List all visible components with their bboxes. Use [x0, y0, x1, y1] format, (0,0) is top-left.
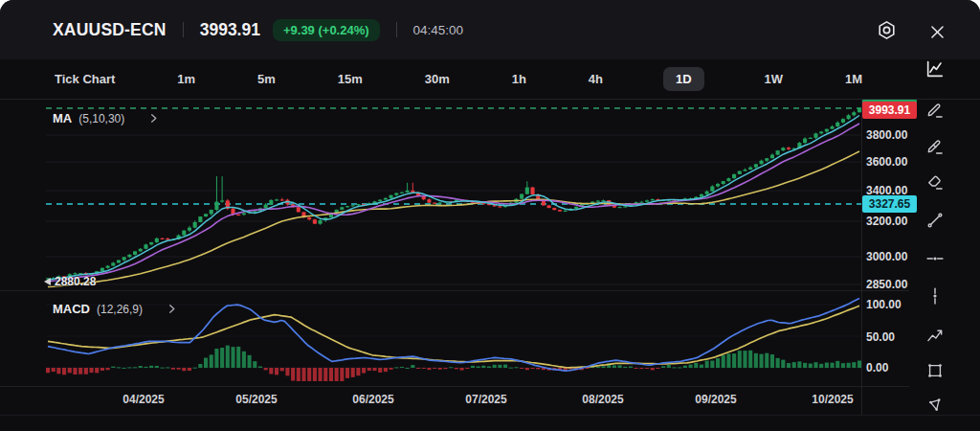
- price-change-badge: +9.39 (+0.24%): [273, 19, 380, 41]
- chevron-right-icon: [148, 113, 159, 124]
- macd-params: (12,26,9): [97, 303, 143, 316]
- header: XAUUSD-ECN 3993.91 +9.39 (+0.24%) 04:45:…: [0, 0, 980, 59]
- macd-indicator-toggle[interactable]: MACD (12,26,9): [53, 302, 177, 316]
- tab-1m[interactable]: 1M: [843, 67, 864, 91]
- trend-line-icon[interactable]: [922, 207, 948, 234]
- tab-15m[interactable]: 15m: [336, 67, 365, 91]
- open-price-label: 2880.28: [55, 275, 96, 288]
- tab-1h[interactable]: 1h: [510, 67, 528, 91]
- symbol-title: XAUUSD-ECN: [53, 20, 167, 40]
- tab-1w[interactable]: 1W: [762, 67, 785, 91]
- price-axis-label: 3400.00: [866, 184, 907, 197]
- rectangle-icon[interactable]: [922, 357, 948, 384]
- tab-4h[interactable]: 4h: [587, 67, 605, 91]
- axis-divider: [861, 100, 862, 415]
- divider: [396, 22, 397, 37]
- level-price-badge: 3327.65: [862, 195, 917, 213]
- open-price-marker: 2880.28: [44, 275, 96, 288]
- price-axis-label: 3000.00: [866, 250, 907, 263]
- price-axis-label: 2850.00: [866, 278, 907, 291]
- x-axis-label: 09/2025: [682, 393, 749, 406]
- timeframe-tabs: Tick Chart1m5m15m30m1h4h1D1W1M: [53, 59, 864, 99]
- ma-params: (5,10,30): [78, 112, 124, 125]
- horizontal-line-icon[interactable]: [922, 245, 948, 272]
- trading-chart-window: XAUUSD-ECN 3993.91 +9.39 (+0.24%) 04:45:…: [0, 0, 980, 431]
- macd-axis-label: 100.00: [866, 298, 902, 311]
- tab-30m[interactable]: 30m: [423, 67, 452, 91]
- macd-label: MACD: [53, 302, 90, 316]
- server-time: 04:45:00: [413, 23, 464, 37]
- zigzag-icon[interactable]: [922, 323, 948, 350]
- price-axis-label: 3800.00: [866, 128, 907, 142]
- divider: [0, 386, 909, 387]
- price-axis-label: 3600.00: [866, 155, 907, 169]
- x-axis-label: 05/2025: [223, 393, 290, 406]
- price-axis-label: 3200.00: [866, 215, 907, 228]
- last-price: 3993.91: [200, 20, 260, 40]
- tab-1m[interactable]: 1m: [175, 67, 197, 91]
- polygon-icon[interactable]: [922, 392, 948, 419]
- pencil-icon[interactable]: [922, 96, 948, 123]
- ma-indicator-toggle[interactable]: MA (5,10,30): [53, 111, 159, 125]
- divider: [0, 415, 980, 416]
- macd-axis-label: 50.00: [866, 330, 895, 344]
- macd-axis-label: 0.00: [866, 361, 888, 374]
- eraser-icon[interactable]: [922, 168, 948, 194]
- candlestick-chart[interactable]: [46, 100, 861, 383]
- x-axis-label: 04/2025: [110, 393, 177, 406]
- tab-tick-chart[interactable]: Tick Chart: [53, 67, 117, 91]
- chevron-right-icon: [167, 304, 177, 314]
- last-price-badge: 3993.91: [862, 102, 917, 119]
- left-arrow-icon: [44, 278, 51, 285]
- x-axis-label: 08/2025: [569, 393, 636, 406]
- vertical-line-icon[interactable]: [922, 283, 948, 309]
- x-axis-label: 07/2025: [453, 393, 520, 406]
- x-axis-label: 10/2025: [799, 393, 866, 406]
- tab-5m[interactable]: 5m: [256, 67, 278, 91]
- settings-gear-icon[interactable]: [873, 16, 900, 43]
- pen-icon[interactable]: [922, 132, 948, 159]
- divider: [183, 22, 184, 37]
- x-axis-label: 06/2025: [340, 393, 407, 406]
- line-chart-icon[interactable]: [922, 56, 948, 82]
- ma-label: MA: [53, 111, 72, 125]
- close-icon[interactable]: [924, 18, 950, 45]
- tab-1d[interactable]: 1D: [663, 67, 704, 91]
